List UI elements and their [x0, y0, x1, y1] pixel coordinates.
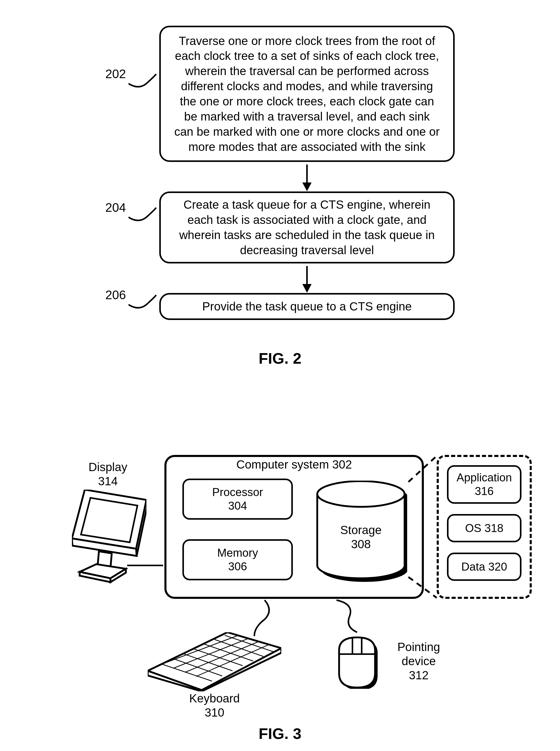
processor-block: Processor 304 [182, 479, 293, 520]
storage-label: Storage 308 [315, 523, 407, 551]
memory-block: Memory 306 [182, 539, 293, 580]
ref-204-label: 204 [105, 200, 126, 215]
svg-line-9 [408, 577, 437, 598]
ref-206-tail [128, 293, 157, 311]
data-block: Data 320 [447, 553, 521, 581]
ref-202-tail [128, 72, 157, 90]
keyboard-label: Keyboard 310 [148, 691, 281, 720]
os-text: OS 318 [448, 516, 520, 541]
display-cable [126, 563, 167, 578]
svg-point-7 [317, 481, 405, 507]
page: Traverse one or more clock trees from th… [0, 0, 560, 751]
storage-dashed-connector [406, 455, 439, 599]
mouse-cable [334, 599, 373, 635]
ref-204-tail [128, 206, 157, 224]
os-block: OS 318 [447, 514, 521, 542]
application-text: Application 316 [448, 467, 520, 502]
keyboard-cable [251, 599, 289, 637]
ref-202-label: 202 [105, 67, 126, 81]
svg-line-8 [408, 456, 437, 482]
ref-206-label: 206 [105, 288, 126, 302]
mouse-icon [334, 630, 380, 689]
flow-box-206: Provide the task queue to a CTS engine [159, 293, 455, 320]
fig3-caption: FIG. 3 [0, 725, 560, 743]
flow-box-202: Traverse one or more clock trees from th… [159, 26, 455, 162]
display-label: Display 314 [77, 460, 139, 488]
data-text: Data 320 [448, 554, 520, 579]
flow-box-202-text: Traverse one or more clock trees from th… [161, 27, 453, 160]
fig2-caption: FIG. 2 [0, 349, 560, 367]
application-block: Application 316 [447, 465, 521, 504]
processor-text: Processor 304 [184, 480, 291, 518]
memory-text: Memory 306 [184, 541, 291, 579]
computer-system-label: Computer system 302 [164, 458, 424, 471]
pointing-device-label: Pointing device 312 [385, 640, 452, 682]
svg-marker-13 [81, 498, 137, 542]
keyboard-icon [148, 632, 281, 691]
flow-box-204: Create a task queue for a CTS engine, wh… [159, 191, 455, 264]
flow-box-206-text: Provide the task queue to a CTS engine [161, 294, 453, 319]
flow-box-204-text: Create a task queue for a CTS engine, wh… [161, 193, 453, 262]
